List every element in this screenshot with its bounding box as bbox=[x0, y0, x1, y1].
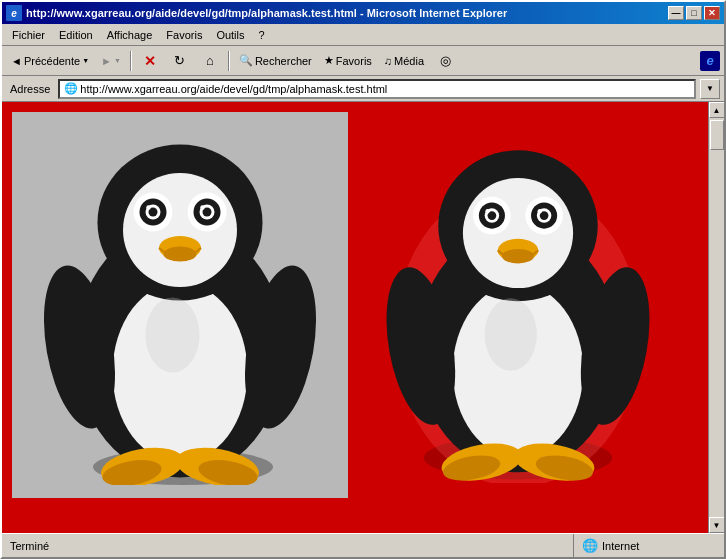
minimize-button[interactable]: — bbox=[668, 6, 684, 20]
main-content bbox=[2, 102, 708, 533]
svg-point-23 bbox=[146, 298, 200, 373]
address-input[interactable] bbox=[80, 83, 694, 95]
search-button[interactable]: 🔍 Rechercher bbox=[234, 49, 317, 73]
toolbar-separator-1 bbox=[130, 51, 132, 71]
penguin-right-container bbox=[358, 110, 678, 500]
close-button[interactable]: ✕ bbox=[704, 6, 720, 20]
home-button[interactable]: ⌂ bbox=[196, 49, 224, 73]
address-dropdown-button[interactable]: ▼ bbox=[700, 79, 720, 99]
media-label: Média bbox=[394, 55, 424, 67]
address-page-icon: 🌐 bbox=[62, 80, 80, 98]
svg-point-29 bbox=[463, 177, 573, 287]
vertical-scrollbar: ▲ ▼ bbox=[708, 102, 724, 533]
browser-window: e http://www.xgarreau.org/aide/devel/gd/… bbox=[0, 0, 726, 559]
penguin-left-svg bbox=[30, 125, 330, 485]
menu-aide[interactable]: ? bbox=[253, 27, 271, 43]
svg-point-14 bbox=[200, 205, 205, 210]
favorites-icon: ★ bbox=[324, 54, 334, 67]
internet-icon: 🌐 bbox=[582, 538, 598, 553]
stop-button[interactable]: ✕ bbox=[136, 49, 164, 73]
maximize-button[interactable]: □ bbox=[686, 6, 702, 20]
penguin-left-container bbox=[10, 110, 350, 500]
title-bar: e http://www.xgarreau.org/aide/devel/gd/… bbox=[2, 2, 724, 24]
status-label: Terminé bbox=[10, 540, 49, 552]
scroll-thumb[interactable] bbox=[710, 120, 724, 150]
menu-favoris[interactable]: Favoris bbox=[160, 27, 208, 43]
search-icon: 🔍 bbox=[239, 54, 253, 67]
ie-logo-icon: e bbox=[700, 51, 720, 71]
main-area: ▲ ▼ bbox=[2, 102, 724, 533]
history-button[interactable]: ◎ bbox=[431, 49, 459, 73]
status-right: 🌐 Internet bbox=[574, 538, 724, 553]
search-label: Rechercher bbox=[255, 55, 312, 67]
scroll-down-button[interactable]: ▼ bbox=[709, 517, 725, 533]
favorites-button[interactable]: ★ Favoris bbox=[319, 49, 377, 73]
menu-outils[interactable]: Outils bbox=[210, 27, 250, 43]
address-bar: Adresse 🌐 ▼ bbox=[2, 76, 724, 102]
refresh-button[interactable]: ↻ bbox=[166, 49, 194, 73]
svg-point-39 bbox=[538, 209, 542, 213]
window-title: http://www.xgarreau.org/aide/devel/gd/tm… bbox=[26, 7, 507, 19]
media-button[interactable]: ♫ Média bbox=[379, 49, 429, 73]
favorites-label: Favoris bbox=[336, 55, 372, 67]
media-icon: ♫ bbox=[384, 55, 392, 67]
menu-bar: Fichier Edition Affichage Favoris Outils… bbox=[2, 24, 724, 46]
penguin-right-svg bbox=[373, 128, 663, 483]
toolbar: ◄ Précédente ▼ ► ▼ ✕ ↻ ⌂ 🔍 Rechercher ★ … bbox=[2, 46, 724, 76]
svg-point-34 bbox=[485, 209, 489, 213]
zone-label: Internet bbox=[602, 540, 639, 552]
home-icon: ⌂ bbox=[206, 53, 214, 68]
forward-dropdown-icon[interactable]: ▼ bbox=[114, 57, 121, 64]
menu-edition[interactable]: Edition bbox=[53, 27, 99, 43]
history-icon: ◎ bbox=[440, 53, 451, 68]
status-text: Terminé bbox=[2, 534, 574, 557]
menu-affichage[interactable]: Affichage bbox=[101, 27, 159, 43]
scroll-up-button[interactable]: ▲ bbox=[709, 102, 725, 118]
address-label: Adresse bbox=[6, 83, 54, 95]
back-arrow-icon: ◄ bbox=[11, 55, 22, 67]
back-dropdown-icon[interactable]: ▼ bbox=[82, 57, 89, 64]
svg-point-9 bbox=[146, 205, 151, 210]
stop-icon: ✕ bbox=[144, 53, 156, 69]
back-label: Précédente bbox=[24, 55, 80, 67]
forward-button[interactable]: ► ▼ bbox=[96, 49, 126, 73]
ie-icon: e bbox=[6, 5, 22, 21]
refresh-icon: ↻ bbox=[174, 53, 185, 68]
svg-point-48 bbox=[485, 298, 537, 371]
forward-arrow-icon: ► bbox=[101, 55, 112, 67]
status-bar: Terminé 🌐 Internet bbox=[2, 533, 724, 557]
title-bar-left: e http://www.xgarreau.org/aide/devel/gd/… bbox=[6, 5, 507, 21]
back-button[interactable]: ◄ Précédente ▼ bbox=[6, 49, 94, 73]
title-bar-controls: — □ ✕ bbox=[668, 6, 720, 20]
menu-fichier[interactable]: Fichier bbox=[6, 27, 51, 43]
toolbar-separator-2 bbox=[228, 51, 230, 71]
svg-point-4 bbox=[123, 173, 237, 287]
